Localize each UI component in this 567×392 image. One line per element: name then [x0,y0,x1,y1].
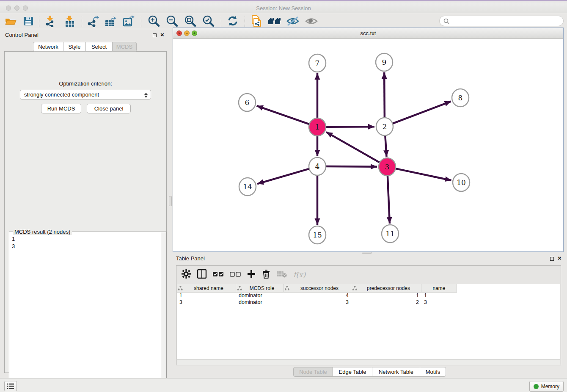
edge-3-1[interactable] [326,132,380,163]
search-input[interactable] [450,18,563,24]
tab-motifs[interactable]: Motifs [420,367,446,377]
zoom-fit-icon[interactable] [183,14,197,28]
edge-2-9[interactable] [384,72,385,118]
search-field[interactable] [439,16,564,26]
import-table-icon[interactable] [63,14,77,28]
node-15[interactable]: 15 [309,226,326,244]
close-panel-button[interactable]: Close panel [87,104,131,113]
vertical-splitter-handle[interactable] [169,196,172,206]
first-neighbors-icon[interactable] [267,14,281,28]
tab-edge-table[interactable]: Edge Table [333,367,372,377]
criterion-select[interactable]: strongly connected component [20,90,151,99]
node-11[interactable]: 11 [382,225,399,243]
function-builder-icon[interactable]: f(x) [293,271,306,279]
task-history-button[interactable] [4,381,17,391]
edge-3-10[interactable] [396,168,451,180]
float-table-panel-icon[interactable] [550,257,554,261]
zoom-out-icon[interactable] [165,14,179,28]
select-stepper-icon [143,91,149,99]
select-all-icon[interactable] [213,271,224,279]
node-label-3: 3 [385,163,390,171]
network-window-titlebar[interactable]: × − + scc.txt [173,28,563,39]
node-label-7: 7 [315,59,320,67]
export-image-icon[interactable] [122,14,136,28]
edge-3-11[interactable] [388,175,390,224]
export-table-icon[interactable] [104,14,118,28]
mcds-panel: Optimization criterion: strongly connect… [4,51,167,373]
table-header-row: shared nameMCDS rolesuccessor nodesprede… [177,284,560,293]
save-session-icon[interactable] [21,14,36,28]
close-panel-icon[interactable]: × [160,33,164,37]
edge-4-14[interactable] [257,169,309,184]
edge-4-3[interactable] [326,166,377,167]
close-table-panel-icon[interactable]: × [558,256,561,260]
node-2[interactable]: 2 [376,118,393,135]
mcds-result-item: 1 [12,235,15,243]
control-panel-title: Control Panel [5,32,39,38]
node-table[interactable]: shared nameMCDS rolesuccessor nodesprede… [177,284,560,359]
column-tree-icon [237,286,242,290]
node-14[interactable]: 14 [239,178,256,196]
tab-network[interactable]: Network [33,42,63,52]
tab-select[interactable]: Select [85,42,113,52]
zoom-selected-icon[interactable] [201,14,215,28]
run-mcds-button[interactable]: Run MCDS [41,104,81,113]
application-window: Session: New Session [0,0,567,392]
open-session-icon[interactable] [3,14,18,28]
table-scrollbar[interactable] [177,359,560,364]
zoom-in-icon[interactable] [146,14,161,28]
node-4[interactable]: 4 [309,157,326,175]
hide-selected-icon[interactable] [286,14,300,28]
column-header-mcds-role[interactable]: MCDS role [236,284,284,293]
table-toolbar: f(x) [176,266,561,284]
edge-2-8[interactable] [393,102,451,124]
node-8[interactable]: 8 [452,89,469,107]
tab-mcds[interactable]: MCDS [112,42,137,52]
table-panel-title: Table Panel [176,255,205,262]
duplicate-network-icon[interactable] [249,14,264,28]
add-row-icon[interactable] [247,269,256,280]
export-network-icon[interactable] [86,14,100,28]
column-header-predecessor-nodes[interactable]: predecessor nodes [351,284,421,293]
result-scrollbar[interactable] [161,232,166,390]
column-resize-icon[interactable] [197,269,207,281]
toolbar-separator [221,16,221,27]
window-title: Session: New Session [0,5,567,11]
node-10[interactable]: 10 [453,174,470,191]
column-header-name[interactable]: name [421,284,457,293]
delete-row-icon[interactable] [262,269,270,281]
node-label-4: 4 [315,162,320,171]
edge-1-6[interactable] [257,106,309,124]
node-label-9: 9 [382,58,387,66]
memory-button[interactable]: Memory [529,381,564,392]
memory-label: Memory [541,384,559,389]
network-canvas[interactable]: 7968124314101511 [173,39,563,251]
node-7[interactable]: 7 [309,54,326,72]
node-9[interactable]: 9 [376,53,393,71]
network-graph: 7968124314101511 [173,39,563,251]
column-header-shared-name[interactable]: shared name [177,284,236,293]
edge-1-2[interactable] [326,127,374,127]
tab-node-table[interactable]: Node Table [293,367,333,377]
deselect-all-icon[interactable] [230,271,241,279]
control-panel-tabs: NetworkStyleSelectMCDS [33,42,137,52]
tab-style[interactable]: Style [63,42,86,52]
edge-2-3[interactable] [385,135,386,157]
table-row[interactable]: 3dominator323 [177,299,560,306]
node-1[interactable]: 1 [309,118,326,136]
table-row[interactable]: 1dominator411 [177,293,560,299]
show-all-icon[interactable] [304,14,319,28]
import-network-icon[interactable] [44,14,58,28]
criterion-value: strongly connected component [24,91,99,98]
node-label-8: 8 [458,94,463,102]
settings-gear-icon[interactable] [182,269,191,280]
node-6[interactable]: 6 [239,94,256,111]
column-header-successor-nodes[interactable]: successor nodes [284,284,351,293]
float-panel-icon[interactable] [153,33,157,37]
node-label-10: 10 [457,178,466,187]
refresh-icon[interactable] [226,14,240,28]
tab-network-table[interactable]: Network Table [372,367,420,377]
delete-table-icon[interactable] [276,270,287,280]
node-3[interactable]: 3 [379,158,396,176]
toolbar-separator [39,16,39,27]
